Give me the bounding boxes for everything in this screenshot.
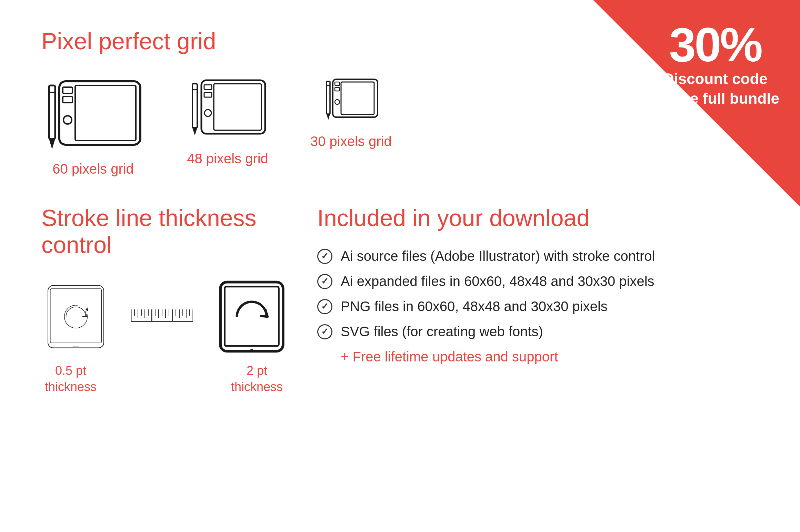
download-item-1-text: Ai source files (Adobe Illustrator) with…: [341, 248, 655, 264]
svg-marker-29: [86, 307, 88, 311]
svg-rect-25: [50, 289, 102, 343]
tablet-48-icon: [186, 75, 269, 141]
discount-percent: 30%: [651, 21, 779, 69]
download-item-3: PNG files in 60x60, 48x48 and 30x30 pixe…: [317, 299, 759, 314]
download-section: Included in your download Ai source file…: [290, 204, 759, 395]
discount-label: Discount code for the full bundle: [651, 69, 779, 108]
svg-rect-11: [201, 80, 265, 134]
svg-rect-22: [335, 88, 340, 91]
tablet-30-icon: [322, 75, 380, 123]
tablet-30: 30 pixels grid: [310, 75, 392, 149]
ruler-svg: [131, 309, 193, 327]
svg-rect-21: [335, 82, 340, 85]
stroke-thick-tablet: [214, 279, 290, 356]
svg-point-7: [63, 116, 72, 124]
svg-rect-3: [59, 81, 140, 145]
tablet-48-label: 48 pixels grid: [187, 151, 268, 166]
svg-rect-13: [204, 85, 212, 90]
svg-rect-14: [204, 92, 212, 97]
svg-rect-20: [341, 82, 374, 114]
download-item-1: Ai source files (Adobe Illustrator) with…: [317, 248, 759, 264]
stroke-title: Stroke line thickness control: [41, 204, 290, 258]
stroke-thin-label: 0.5 pt thickness: [45, 363, 97, 395]
svg-rect-6: [63, 96, 72, 103]
svg-marker-1: [49, 139, 55, 149]
tablet-60: 60 pixels grid: [41, 75, 145, 177]
svg-rect-51: [225, 287, 279, 346]
svg-rect-24: [48, 286, 104, 348]
svg-rect-0: [49, 85, 55, 139]
svg-marker-9: [192, 128, 197, 135]
svg-point-15: [204, 110, 211, 116]
stroke-thin-icon: [41, 282, 110, 351]
tablet-30-label: 30 pixels grid: [310, 134, 392, 149]
check-icon-2: [317, 274, 332, 289]
tablet-48: 48 pixels grid: [186, 75, 269, 166]
stroke-section: Stroke line thickness control: [41, 204, 290, 395]
check-icon-3: [317, 299, 332, 314]
discount-text-block: 30% Discount code for the full bundle: [651, 21, 779, 108]
stroke-thick-icon: [214, 279, 290, 355]
download-item-3-text: PNG files in 60x60, 48x48 and 30x30 pixe…: [341, 299, 608, 314]
stroke-thin-tablet: [41, 282, 110, 352]
free-update-text: + Free lifetime updates and support: [317, 349, 759, 365]
tablet-60-label: 60 pixels grid: [52, 161, 134, 177]
svg-rect-4: [75, 85, 136, 141]
tablet-60-icon: [41, 75, 145, 151]
download-item-2: Ai expanded files in 60x60, 48x48 and 30…: [317, 274, 759, 289]
svg-marker-17: [327, 114, 330, 120]
download-item-4: SVG files (for creating web fonts): [317, 324, 759, 339]
svg-rect-12: [214, 84, 261, 130]
svg-rect-16: [327, 81, 330, 114]
stroke-thick-label: 2 pt thickness: [231, 363, 283, 395]
download-item-4-text: SVG files (for creating web fonts): [341, 324, 543, 339]
svg-point-23: [335, 100, 340, 104]
svg-point-52: [250, 349, 253, 352]
check-icon-1: [317, 249, 332, 264]
download-title: Included in your download: [317, 204, 759, 231]
download-list: Ai source files (Adobe Illustrator) with…: [317, 248, 759, 339]
check-icon-4: [317, 324, 332, 339]
stroke-ruler: [131, 308, 193, 327]
bottom-row: Stroke line thickness control: [41, 204, 759, 395]
svg-rect-8: [192, 84, 197, 128]
svg-rect-50: [220, 282, 283, 351]
stroke-labels: 0.5 pt thickness 2 pt thickness: [41, 363, 290, 395]
stroke-icons-row: [41, 279, 290, 356]
svg-rect-5: [63, 87, 72, 93]
download-item-2-text: Ai expanded files in 60x60, 48x48 and 30…: [341, 274, 654, 289]
